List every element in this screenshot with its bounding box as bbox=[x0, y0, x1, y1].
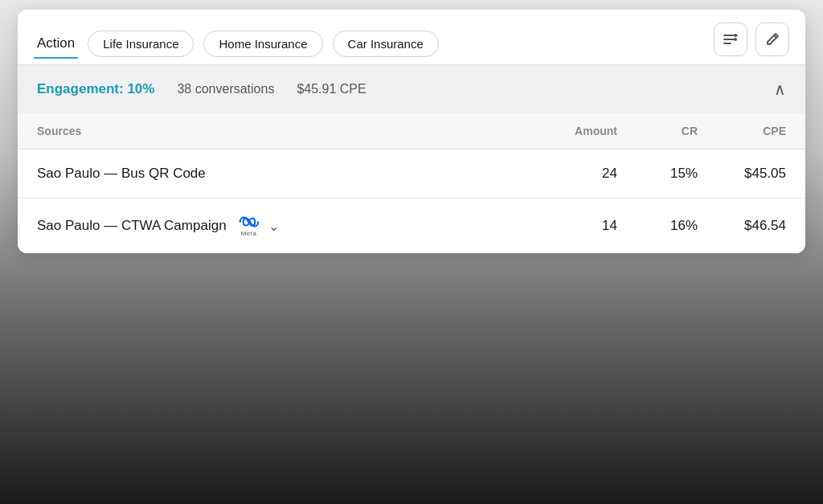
edit-button[interactable] bbox=[755, 23, 789, 56]
table-row: Sao Paulo — Bus QR Code 24 15% $45.05 bbox=[18, 150, 805, 199]
edit-icon bbox=[764, 31, 780, 47]
tab-home-insurance[interactable]: Home Insurance bbox=[203, 31, 322, 57]
svg-point-3 bbox=[734, 34, 737, 37]
filter-button[interactable] bbox=[714, 23, 747, 56]
row-amount: 24 bbox=[521, 166, 617, 182]
table-section: Sources Amount CR CPE Sao Paulo — Bus QR… bbox=[18, 113, 805, 253]
row-cr: 15% bbox=[617, 166, 698, 182]
collapse-button[interactable]: ∧ bbox=[774, 80, 786, 99]
source-name: Sao Paulo — Bus QR Code bbox=[37, 166, 521, 182]
row-amount: 14 bbox=[521, 218, 617, 234]
engagement-label: Engagement: 10% bbox=[37, 81, 154, 97]
meta-label-text: Meta bbox=[241, 230, 257, 237]
row-cpe: $46.54 bbox=[698, 218, 786, 234]
source-name: Sao Paulo — CTWA Campaign Meta ⌄ bbox=[37, 215, 521, 237]
meta-icon: Meta bbox=[238, 215, 260, 237]
row-cr: 16% bbox=[617, 218, 698, 234]
main-card: Action Life Insurance Home Insurance Car… bbox=[18, 10, 805, 253]
col-header-amount: Amount bbox=[521, 125, 617, 137]
toolbar-buttons bbox=[714, 23, 789, 64]
col-header-sources: Sources bbox=[37, 125, 521, 137]
svg-point-4 bbox=[734, 38, 737, 41]
table-header: Sources Amount CR CPE bbox=[18, 113, 805, 150]
svg-line-5 bbox=[774, 35, 776, 38]
col-header-cr: CR bbox=[617, 125, 698, 137]
engagement-row: Engagement: 10% 38 conversations $45.91 … bbox=[18, 65, 805, 113]
conversations-stat: 38 conversations bbox=[177, 82, 274, 96]
tab-car-insurance[interactable]: Car Insurance bbox=[333, 31, 439, 57]
tab-row: Action Life Insurance Home Insurance Car… bbox=[18, 10, 805, 64]
tab-action[interactable]: Action bbox=[34, 29, 78, 58]
row-expand-button[interactable]: ⌄ bbox=[268, 219, 279, 234]
table-row: Sao Paulo — CTWA Campaign Meta ⌄ 14 16% … bbox=[18, 199, 805, 253]
row-cpe: $45.05 bbox=[698, 166, 786, 182]
cpe-stat: $45.91 CPE bbox=[297, 82, 366, 96]
col-header-cpe: CPE bbox=[698, 125, 786, 137]
tab-life-insurance[interactable]: Life Insurance bbox=[88, 31, 194, 57]
filter-icon bbox=[723, 31, 739, 47]
